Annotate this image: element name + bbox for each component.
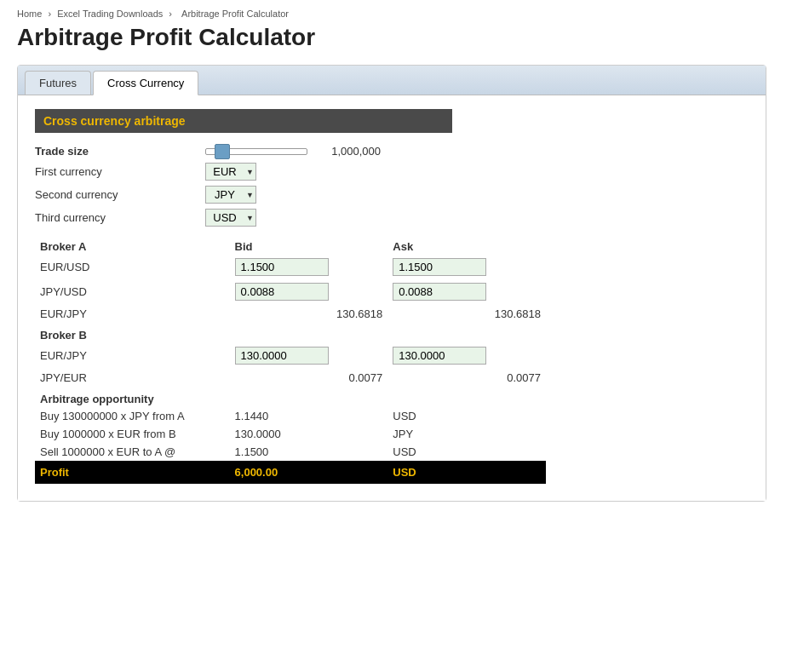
- trade-size-value: 1,000,000: [313, 145, 381, 158]
- tab-cross-currency[interactable]: Cross Currency: [93, 71, 198, 95]
- arb-header-label: Arbitrage opportunity: [35, 388, 546, 407]
- second-currency-select[interactable]: JPY EUR USD GBP: [205, 186, 256, 204]
- arb-row-2: Buy 1000000 x EUR from B 130.0000 JPY: [35, 425, 546, 443]
- profit-value: 6,000.00: [230, 461, 388, 484]
- arb-currency-1: USD: [387, 407, 546, 425]
- broker-a-header-row: Broker A Bid Ask: [35, 235, 546, 255]
- second-currency-field: JPY EUR USD GBP ▼: [205, 186, 546, 204]
- arb-row-3: Sell 1000000 x EUR to A @ 1.1500 USD: [35, 443, 546, 461]
- arb-row-1: Buy 130000000 x JPY from A 1.1440 USD: [35, 407, 546, 425]
- table-row: EUR/JPY 130.6818 130.6818: [35, 304, 546, 324]
- table-row: EUR/USD: [35, 255, 546, 279]
- section-header: Cross currency arbitrage: [35, 109, 452, 133]
- first-currency-select[interactable]: EUR JPY USD GBP: [205, 163, 256, 181]
- data-table: Broker A Bid Ask EUR/USD: [35, 235, 546, 484]
- second-currency-select-wrap: JPY EUR USD GBP ▼: [205, 186, 256, 204]
- arb-desc-2: Buy 1000000 x EUR from B: [35, 425, 230, 443]
- broker-b-header-row: Broker B: [35, 324, 546, 343]
- profit-row: Profit 6,000.00 USD: [35, 461, 546, 484]
- broker-b-eurjpy-bid-cell: [230, 343, 388, 368]
- broker-b-label: Broker B: [35, 324, 230, 343]
- broker-a-jpyusd-bid-input[interactable]: [235, 283, 329, 301]
- trade-size-field: 1,000,000: [205, 145, 546, 158]
- profit-currency: USD: [387, 461, 546, 484]
- arb-rate-2: 130.0000: [230, 425, 388, 443]
- arb-rate-3: 1.1500: [230, 443, 388, 461]
- table-row: JPY/EUR 0.0077 0.0077: [35, 368, 546, 388]
- broker-b-eurjpy-ask-cell: [387, 343, 546, 368]
- broker-a-eurusd-ask-input[interactable]: [393, 258, 486, 276]
- broker-b-jpyeur-ask-value: 0.0077: [387, 368, 546, 388]
- pair-label: EUR/USD: [35, 255, 230, 279]
- third-currency-label: Third currency: [35, 211, 205, 224]
- broker-b-jpyeur-bid-value: 0.0077: [230, 368, 388, 388]
- table-row: JPY/USD: [35, 279, 546, 304]
- broker-b-eurjpy-bid-input[interactable]: [235, 347, 329, 365]
- trade-size-slider-container: [205, 148, 307, 155]
- broker-a-eurjpy-bid-value: 130.6818: [230, 304, 388, 324]
- arb-rate-1: 1.1440: [230, 407, 388, 425]
- data-table-section: Broker A Bid Ask EUR/USD: [35, 235, 546, 484]
- table-row: EUR/JPY: [35, 343, 546, 368]
- broker-a-jpyusd-ask-input[interactable]: [393, 283, 486, 301]
- broker-a-jpyusd-bid-cell: [230, 279, 388, 304]
- third-currency-select-wrap: USD EUR JPY GBP ▼: [205, 209, 256, 227]
- breadcrumb-home[interactable]: Home: [17, 9, 42, 19]
- third-currency-field: USD EUR JPY GBP ▼: [205, 209, 546, 227]
- bid-header: Bid: [230, 235, 388, 255]
- breadcrumb-current: Arbitrage Profit Calculator: [181, 9, 289, 19]
- breadcrumb: Home › Excel Trading Downloads › Arbitra…: [17, 9, 775, 19]
- broker-a-eurusd-bid-cell: [230, 255, 388, 279]
- broker-a-eurusd-bid-input[interactable]: [235, 258, 329, 276]
- top-fields: Trade size 1,000,000 First currency EUR …: [35, 145, 546, 227]
- first-currency-select-wrap: EUR JPY USD GBP ▼: [205, 163, 256, 181]
- pair-label: JPY/USD: [35, 279, 230, 304]
- arb-header-row: Arbitrage opportunity: [35, 388, 546, 407]
- broker-b-eurjpy-ask-input[interactable]: [393, 347, 486, 365]
- first-currency-field: EUR JPY USD GBP ▼: [205, 163, 546, 181]
- profit-label: Profit: [35, 461, 230, 484]
- ask-header: Ask: [387, 235, 546, 255]
- pair-label: EUR/JPY: [35, 343, 230, 368]
- broker-a-eurusd-ask-cell: [387, 255, 546, 279]
- tab-futures[interactable]: Futures: [25, 71, 91, 95]
- second-currency-label: Second currency: [35, 188, 205, 201]
- page-title: Arbitrage Profit Calculator: [17, 24, 775, 51]
- breadcrumb-excel[interactable]: Excel Trading Downloads: [57, 9, 163, 19]
- calculator-card: Futures Cross Currency Cross currency ar…: [17, 65, 766, 502]
- arb-desc-1: Buy 130000000 x JPY from A: [35, 407, 230, 425]
- card-body: Cross currency arbitrage Trade size 1,00…: [18, 95, 766, 501]
- pair-label: JPY/EUR: [35, 368, 230, 388]
- third-currency-select[interactable]: USD EUR JPY GBP: [205, 209, 256, 227]
- arb-currency-3: USD: [387, 443, 546, 461]
- pair-label: EUR/JPY: [35, 304, 230, 324]
- broker-a-eurjpy-ask-value: 130.6818: [387, 304, 546, 324]
- arb-desc-3: Sell 1000000 x EUR to A @: [35, 443, 230, 461]
- broker-a-label: Broker A: [35, 235, 230, 255]
- broker-a-jpyusd-ask-cell: [387, 279, 546, 304]
- tab-bar: Futures Cross Currency: [18, 66, 766, 95]
- trade-size-label: Trade size: [35, 145, 205, 158]
- trade-size-slider[interactable]: [205, 148, 307, 155]
- arb-currency-2: JPY: [387, 425, 546, 443]
- first-currency-label: First currency: [35, 165, 205, 178]
